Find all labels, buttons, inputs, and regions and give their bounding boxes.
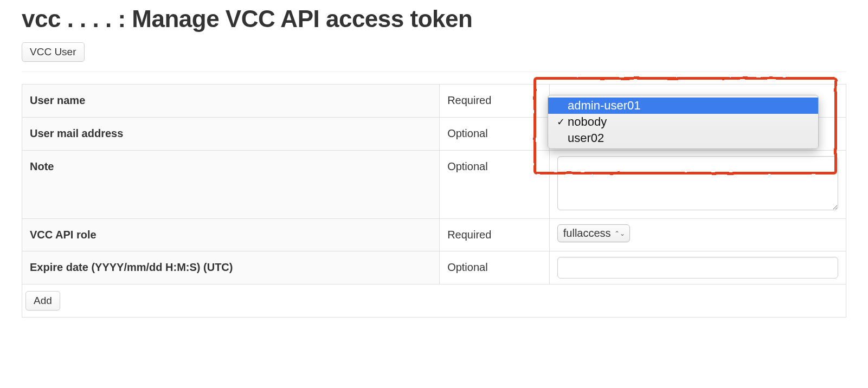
title-prefix: vcc [22, 5, 61, 32]
row-label-user-name: User name [22, 85, 440, 118]
dropdown-item-label: user02 [568, 131, 604, 145]
user-dropdown-panel[interactable]: ✓admin-user01✓nobody✓user02 [548, 95, 819, 149]
section-divider [22, 72, 846, 72]
row-label-mail: User mail address [22, 118, 440, 151]
row-requirement: Optional [440, 151, 550, 219]
dropdown-item[interactable]: ✓admin-user01 [548, 98, 818, 114]
check-icon: ✓ [554, 116, 568, 128]
dropdown-item-label: nobody [568, 115, 607, 129]
row-control-cell [549, 251, 846, 284]
add-row: Add [22, 284, 846, 318]
row-control-cell: fullaccess ⌃⌄ [549, 219, 846, 251]
role-select[interactable]: fullaccess ⌃⌄ [557, 224, 630, 242]
row-requirement: Required [440, 85, 550, 118]
dropdown-item[interactable]: ✓nobody [548, 114, 818, 130]
row-requirement: Optional [440, 251, 550, 284]
dropdown-item-label: admin-user01 [568, 99, 641, 113]
page-container: vcc . . . . : Manage VCC API access toke… [0, 5, 868, 339]
table-row: VCC API role Required fullaccess ⌃⌄ [22, 219, 846, 251]
dropdown-item[interactable]: ✓user02 [548, 130, 818, 146]
title-suffix: : Manage VCC API access token [118, 5, 472, 32]
role-select-value: fullaccess [563, 227, 611, 240]
vcc-user-button[interactable]: VCC User [22, 42, 85, 62]
row-label-role: VCC API role [22, 219, 440, 251]
chevron-updown-icon: ⌃⌄ [614, 230, 625, 237]
add-button[interactable]: Add [25, 291, 60, 311]
row-requirement: Required [440, 219, 550, 251]
table-row: Note Optional [22, 151, 846, 219]
title-obscured: . . . . [61, 5, 118, 32]
row-requirement: Optional [440, 118, 550, 151]
row-label-note: Note [22, 151, 440, 219]
table-row: Expire date (YYYY/mm/dd H:M:S) (UTC) Opt… [22, 251, 846, 284]
row-control-cell [549, 151, 846, 219]
row-label-expire: Expire date (YYYY/mm/dd H:M:S) (UTC) [22, 251, 440, 284]
expire-date-input[interactable] [557, 257, 838, 279]
page-title: vcc . . . . : Manage VCC API access toke… [22, 5, 846, 33]
note-textarea[interactable] [557, 156, 838, 210]
